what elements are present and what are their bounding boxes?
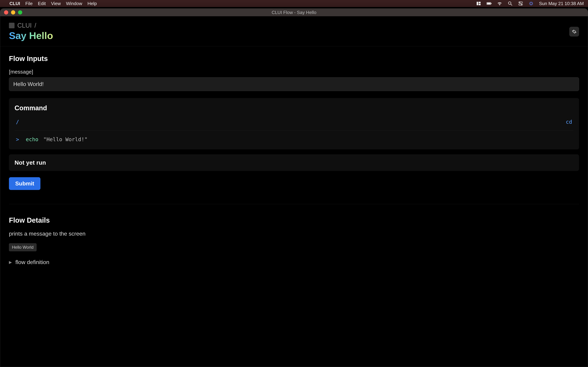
siri-icon[interactable] xyxy=(528,1,534,6)
command-path-row: / cd xyxy=(15,118,573,128)
command-divider xyxy=(15,131,573,131)
menu-edit[interactable]: Edit xyxy=(38,1,46,6)
menubar-right: Sun May 21 10:38 AM xyxy=(476,1,584,6)
flow-tag[interactable]: Hello World xyxy=(9,243,37,251)
control-center-icon[interactable] xyxy=(518,1,523,6)
menu-window[interactable]: Window xyxy=(66,1,82,6)
battery-icon[interactable] xyxy=(486,1,492,6)
breadcrumb: CLUI / xyxy=(9,22,53,29)
spotlight-icon[interactable] xyxy=(508,1,513,6)
disclosure-triangle-icon: ▶ xyxy=(9,260,12,265)
menubar-left: CLUI File Edit View Window Help xyxy=(4,1,97,6)
svg-rect-0 xyxy=(477,2,478,5)
app-content: CLUI / Say Hello Flow Inputs [message] C… xyxy=(0,16,588,367)
gear-icon xyxy=(572,29,577,34)
svg-rect-5 xyxy=(491,3,492,4)
run-status-text: Not yet run xyxy=(15,159,46,166)
close-window-button[interactable] xyxy=(4,10,8,15)
flow-definition-label: flow definition xyxy=(15,259,49,266)
menubar-app-name[interactable]: CLUI xyxy=(9,1,20,6)
app-window: CLUI Flow - Say Hello CLUI / Say Hello F… xyxy=(0,8,588,367)
wifi-icon[interactable] xyxy=(497,1,502,6)
command-cwd: / xyxy=(16,119,19,125)
breadcrumb-app[interactable]: CLUI xyxy=(17,22,32,29)
menubar-datetime[interactable]: Sun May 21 10:38 AM xyxy=(539,1,584,6)
command-title: Command xyxy=(15,104,573,112)
run-status-card: Not yet run xyxy=(9,154,579,171)
message-input[interactable] xyxy=(9,77,579,91)
command-argument: "Hello World!" xyxy=(43,136,87,142)
zoom-window-button[interactable] xyxy=(18,10,22,15)
breadcrumb-separator: / xyxy=(35,22,36,29)
macos-menubar: CLUI File Edit View Window Help Sun May … xyxy=(0,0,588,7)
flow-description: prints a message to the screen xyxy=(9,231,579,237)
svg-rect-4 xyxy=(487,3,491,4)
submit-button[interactable]: Submit xyxy=(9,177,40,190)
svg-point-9 xyxy=(519,2,520,3)
svg-point-11 xyxy=(521,4,522,5)
main-content: Flow Inputs [message] Command / cd > ech… xyxy=(0,46,588,274)
flow-definition-disclosure[interactable]: ▶ flow definition xyxy=(9,259,579,266)
traffic-lights xyxy=(0,10,22,15)
minimize-window-button[interactable] xyxy=(11,10,15,15)
flow-details-title: Flow Details xyxy=(9,216,579,224)
window-title: CLUI Flow - Say Hello xyxy=(272,10,316,15)
menu-file[interactable]: File xyxy=(25,1,33,6)
command-line: > echo "Hello World!" xyxy=(15,136,573,143)
flow-inputs-title: Flow Inputs xyxy=(9,55,579,63)
svg-rect-1 xyxy=(479,2,481,3)
settings-button[interactable] xyxy=(569,27,579,36)
cd-link[interactable]: cd xyxy=(566,119,572,125)
stage-manager-icon[interactable] xyxy=(476,1,481,6)
menu-help[interactable]: Help xyxy=(87,1,97,6)
svg-point-6 xyxy=(508,2,511,4)
window-titlebar: CLUI Flow - Say Hello xyxy=(0,8,588,16)
menu-view[interactable]: View xyxy=(51,1,61,6)
app-icon xyxy=(9,23,15,28)
prompt-symbol: > xyxy=(16,136,19,142)
section-divider xyxy=(9,204,579,204)
svg-rect-8 xyxy=(519,2,523,3)
command-executable: echo xyxy=(26,136,38,142)
page-header: CLUI / Say Hello xyxy=(0,16,588,46)
page-title: Say Hello xyxy=(9,30,53,41)
message-field-label: [message] xyxy=(9,69,579,75)
svg-rect-10 xyxy=(519,4,523,5)
svg-rect-2 xyxy=(479,4,481,5)
command-card: Command / cd > echo "Hello World!" xyxy=(9,98,579,150)
svg-line-7 xyxy=(511,4,512,6)
